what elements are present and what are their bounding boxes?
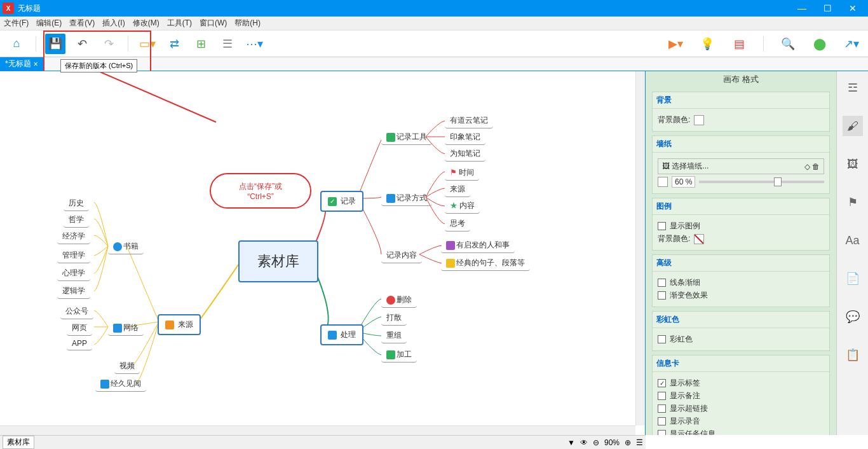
ic3-checkbox[interactable] xyxy=(658,404,666,413)
marker-icon[interactable]: ⚑ xyxy=(843,192,863,212)
structure-button[interactable]: ⇄ xyxy=(164,34,184,54)
wall-color-swatch[interactable] xyxy=(658,177,668,187)
node-video[interactable]: 视频 xyxy=(114,359,140,374)
node-proc-0[interactable]: 删除 xyxy=(381,293,417,308)
gear-icon xyxy=(386,350,395,359)
vertical-scrollbar[interactable] xyxy=(635,71,645,425)
menu-tools[interactable]: 工具(T) xyxy=(167,18,192,29)
annotation-callout: 点击“保存”或 “Ctrl+S” xyxy=(210,173,311,209)
eye-icon[interactable]: 👁 xyxy=(580,438,588,447)
theme-button[interactable]: ▭▾ xyxy=(137,34,158,54)
menu-edit[interactable]: 编辑(E) xyxy=(36,18,62,29)
undo-button[interactable]: ↶ xyxy=(72,34,92,54)
node-record-way[interactable]: 记录方式 xyxy=(381,191,432,206)
section-background: 背景 xyxy=(653,92,829,109)
node-book-2[interactable]: 经济学 xyxy=(57,229,90,244)
node-books[interactable]: 书籍 xyxy=(108,239,144,254)
presentation-button[interactable]: ▶▾ xyxy=(665,34,686,54)
wallpaper-picker[interactable]: 🖼 选择墙纸...◇ 🗑 xyxy=(658,158,824,174)
node-book-5[interactable]: 逻辑学 xyxy=(57,284,90,299)
node-net-0[interactable]: 公众号 xyxy=(60,304,93,319)
maximize-button[interactable]: ☐ xyxy=(815,0,840,17)
horizontal-scrollbar[interactable] xyxy=(0,425,635,435)
node-book-3[interactable]: 管理学 xyxy=(57,248,90,263)
close-button[interactable]: ✕ xyxy=(840,0,865,17)
format-panel: 画布 格式 背景 背景颜色: 墙纸 🖼 选择墙纸...◇ 🗑 60 % xyxy=(646,71,836,435)
breadcrumb[interactable]: 素材库 xyxy=(3,436,34,449)
format-icon[interactable]: 🖌 xyxy=(843,116,863,136)
outline-icon[interactable]: ☲ xyxy=(843,78,863,98)
boundary-button[interactable]: ☰ xyxy=(217,34,238,54)
menu-file[interactable]: 文件(F) xyxy=(4,18,29,29)
node-record-tool-1[interactable]: 印象笔记 xyxy=(445,130,485,145)
node-proc-2[interactable]: 重组 xyxy=(381,328,407,343)
gantt-button[interactable]: ▤ xyxy=(729,34,749,54)
document-tab[interactable]: *无标题 × xyxy=(0,57,43,71)
notes-icon[interactable]: 📄 xyxy=(843,268,863,289)
idea-button[interactable]: 💡 xyxy=(697,34,717,54)
node-way-3[interactable]: 思考 xyxy=(445,216,470,231)
ic5-checkbox[interactable] xyxy=(658,430,666,435)
menu-view[interactable]: 查看(V) xyxy=(69,18,95,29)
node-book-1[interactable]: 哲学 xyxy=(64,212,89,228)
bgcolor-swatch[interactable] xyxy=(694,115,704,125)
mindmap-canvas[interactable]: 点击“保存”或 “Ctrl+S” xyxy=(0,71,646,435)
node-net-2[interactable]: APP xyxy=(67,337,92,350)
legend-bgcolor-swatch[interactable] xyxy=(694,234,704,244)
share-button[interactable]: ⬤ xyxy=(810,34,830,54)
task-icon[interactable]: 📋 xyxy=(843,345,863,365)
node-record-content[interactable]: 记录内容 xyxy=(381,248,422,263)
menu-insert[interactable]: 插入(I) xyxy=(102,18,125,29)
node-net-1[interactable]: 网页 xyxy=(67,321,92,336)
ic4-checkbox[interactable] xyxy=(658,417,666,425)
node-proc-3[interactable]: 加工 xyxy=(381,347,417,363)
node-book-0[interactable]: 历史 xyxy=(64,196,89,211)
show-legend-checkbox[interactable] xyxy=(658,222,666,230)
node-content-1[interactable]: 经典的句子、段落等 xyxy=(441,256,530,271)
menu-modify[interactable]: 修改(M) xyxy=(133,18,159,29)
node-longsee[interactable]: 经久见闻 xyxy=(95,376,146,392)
menu-window[interactable]: 窗口(W) xyxy=(200,18,227,29)
font-icon[interactable]: Aa xyxy=(843,230,863,251)
ic2-checkbox[interactable] xyxy=(658,392,666,400)
node-record-tool-0[interactable]: 有道云笔记 xyxy=(445,113,493,128)
filter-icon[interactable]: ▼ xyxy=(567,438,575,447)
tapered-checkbox[interactable] xyxy=(658,279,666,287)
node-record-tool[interactable]: 记录工具 xyxy=(381,130,432,145)
node-content-0[interactable]: 有启发的人和事 xyxy=(441,238,515,253)
gradient-checkbox[interactable] xyxy=(658,291,666,300)
zoom-level[interactable]: 90% xyxy=(604,438,620,447)
relation-button[interactable]: ⊞ xyxy=(191,34,211,54)
search-button[interactable]: 🔍 xyxy=(778,34,798,54)
node-way-1[interactable]: 来源 xyxy=(445,182,470,197)
save-button[interactable]: 💾 xyxy=(45,34,65,54)
opacity-value[interactable]: 60 % xyxy=(672,176,695,188)
more-button[interactable]: ⋯▾ xyxy=(244,34,264,54)
export-button[interactable]: ↗▾ xyxy=(841,34,862,54)
node-record-tool-2[interactable]: 为知笔记 xyxy=(445,146,485,162)
menu-help[interactable]: 帮助(H) xyxy=(234,18,261,29)
node-process[interactable]: 处理 xyxy=(320,324,363,345)
zoom-in-button[interactable]: ⊕ xyxy=(625,438,631,447)
node-way-0[interactable]: ⚑ 时间 xyxy=(445,165,479,181)
minimize-button[interactable]: — xyxy=(789,0,815,17)
node-source[interactable]: 来源 xyxy=(158,314,201,335)
image-icon[interactable]: 🖼 xyxy=(843,154,863,174)
opacity-slider[interactable] xyxy=(699,181,824,183)
rainbow-checkbox[interactable] xyxy=(658,335,666,343)
redo-button[interactable]: ↷ xyxy=(98,34,119,54)
fit-button[interactable]: ☰ xyxy=(636,438,643,447)
home-button[interactable]: ⌂ xyxy=(6,34,27,54)
node-record[interactable]: ✓记录 xyxy=(320,191,363,212)
person-icon xyxy=(446,241,455,250)
comments-icon[interactable]: 💬 xyxy=(843,307,863,327)
node-central[interactable]: 素材库 xyxy=(238,240,318,282)
zoom-out-button[interactable]: ⊖ xyxy=(593,438,599,447)
node-way-2[interactable]: ★ 内容 xyxy=(445,198,480,214)
status-bar: 素材库 ▼ 👁 ⊖ 90% ⊕ ☰ xyxy=(0,435,646,449)
node-net[interactable]: 网络 xyxy=(108,321,144,336)
tab-close-icon[interactable]: × xyxy=(34,60,38,69)
node-proc-1[interactable]: 打散 xyxy=(381,310,407,326)
ic1-checkbox[interactable]: ✓ xyxy=(658,379,666,387)
node-book-4[interactable]: 心理学 xyxy=(57,266,90,281)
